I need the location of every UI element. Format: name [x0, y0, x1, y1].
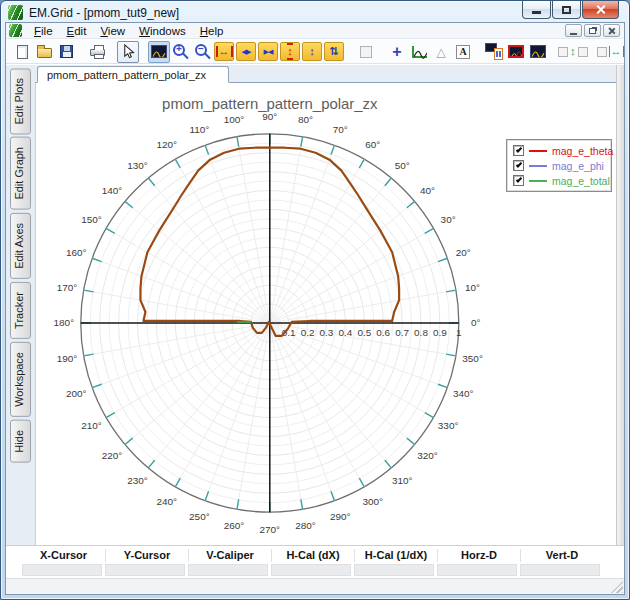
- empty-box-icon: [360, 46, 372, 58]
- sidebar-tab-edit-axes[interactable]: Edit Axes: [10, 213, 31, 279]
- graph-style-button[interactable]: [527, 41, 549, 63]
- table-value-cell: [271, 564, 351, 576]
- v-scale-icon: ↕: [287, 43, 293, 60]
- status-bar: [6, 578, 624, 594]
- mdi-minimize-icon: [570, 33, 577, 35]
- svg-text:0.5: 0.5: [357, 327, 371, 338]
- sidebar-tab-tracker[interactable]: Tracker: [10, 282, 31, 339]
- menu-windows[interactable]: Windows: [132, 25, 193, 37]
- marker-button[interactable]: +: [386, 41, 408, 63]
- curve-axes-button[interactable]: [408, 41, 430, 63]
- svg-text:140°: 140°: [102, 185, 123, 196]
- zoom-out-button[interactable]: −: [192, 41, 214, 63]
- legend-checkbox-mag_e_phi[interactable]: [513, 160, 524, 171]
- sidebar-tab-hide[interactable]: Hide: [10, 420, 31, 463]
- open-folder-icon: [37, 48, 52, 58]
- svg-text:180°: 180°: [54, 317, 75, 328]
- h-scale-button[interactable]: ↔: [214, 42, 234, 61]
- text-a-icon: A: [456, 45, 470, 59]
- menu-items: FileEditViewWindowsHelp: [27, 25, 230, 37]
- svg-text:190°: 190°: [57, 353, 78, 364]
- svg-text:0.9: 0.9: [433, 327, 447, 338]
- open-file-button[interactable]: [33, 41, 55, 63]
- svg-text:120°: 120°: [157, 139, 178, 150]
- mdi-buttons: [565, 24, 620, 37]
- graph-style-selected-button[interactable]: [505, 41, 527, 63]
- maximize-button[interactable]: [552, 1, 581, 19]
- sidebar-tab-edit-plots[interactable]: Edit Plots: [10, 68, 31, 134]
- table-header-horz-d: Horz-D: [437, 549, 520, 562]
- empty-box-icon: [558, 47, 568, 57]
- zoom-in-button[interactable]: +: [170, 41, 192, 63]
- legend-checkbox-mag_e_theta[interactable]: [513, 145, 524, 156]
- legend-entry-mag_e_theta: mag_e_theta: [513, 145, 605, 156]
- plus-marker-icon: +: [392, 44, 401, 60]
- mdi-document-icon[interactable]: [9, 24, 22, 37]
- v-scale-button[interactable]: ↕: [280, 42, 300, 61]
- mdi-restore-button[interactable]: [584, 24, 601, 37]
- measurement-values: [22, 564, 624, 576]
- h-shrink-button[interactable]: ▶◀: [258, 42, 278, 61]
- measurement-headers: X-CursorY-CursorV-CaliperH-Cal (dX)H-Cal…: [22, 548, 624, 563]
- table-header-v-caliper: V-Caliper: [188, 549, 271, 562]
- svg-text:240°: 240°: [157, 496, 178, 507]
- triangle-icon: △: [436, 46, 445, 58]
- toolbar: + − ↔ ◀▶ ▶◀ ↕ ↕ ⇅ + △ A: [6, 40, 624, 64]
- legend-checkbox-mag_e_total[interactable]: [513, 175, 524, 186]
- h-expand-button[interactable]: ◀▶: [236, 42, 256, 61]
- v-expand-icon: ↕: [309, 46, 315, 57]
- svg-text:0.7: 0.7: [395, 327, 409, 338]
- table-value-cell: [22, 564, 102, 576]
- empty-box-icon: [597, 47, 607, 57]
- menu-edit[interactable]: Edit: [60, 25, 94, 37]
- h-fit-group-button[interactable]: ↔: [597, 41, 626, 63]
- document-tab-strip: pmom_pattern_pattern_polar_zx: [35, 65, 624, 83]
- svg-text:290°: 290°: [330, 511, 351, 522]
- save-file-button[interactable]: [55, 41, 77, 63]
- svg-text:40°: 40°: [420, 185, 435, 196]
- menu-view[interactable]: View: [93, 25, 132, 37]
- menu-file[interactable]: File: [27, 25, 60, 37]
- v-expand-button[interactable]: ↕: [302, 42, 322, 61]
- tab-pmom-pattern-pattern-polar-zx[interactable]: pmom_pattern_pattern_polar_zx: [37, 66, 229, 83]
- svg-text:20°: 20°: [456, 247, 471, 258]
- sidebar-tab-edit-graph[interactable]: Edit Graph: [10, 137, 31, 210]
- table-value-cell: [437, 564, 517, 576]
- svg-text:0°: 0°: [471, 317, 481, 328]
- plot-canvas[interactable]: 0.10.20.30.40.50.60.70.80.910°10°20°30°4…: [35, 83, 616, 545]
- menu-help[interactable]: Help: [193, 25, 231, 37]
- new-graph-icon: [485, 43, 503, 60]
- new-file-icon: [17, 45, 28, 59]
- sidebar-tab-workspace[interactable]: Workspace: [10, 342, 31, 417]
- mdi-close-button[interactable]: [603, 24, 620, 37]
- dark-wave-icon: [530, 45, 546, 58]
- pointer-select-button[interactable]: [117, 41, 139, 63]
- legend-label: mag_e_theta: [552, 145, 613, 157]
- svg-text:90°: 90°: [262, 111, 277, 122]
- new-graph-window-button[interactable]: [483, 41, 505, 63]
- new-file-button[interactable]: [11, 41, 33, 63]
- sidebar-tab-panel: Edit PlotsEdit GraphEdit AxesTrackerWork…: [6, 65, 35, 545]
- close-button[interactable]: [582, 1, 619, 19]
- graph-display-button[interactable]: [148, 41, 170, 63]
- maximize-icon: [562, 6, 571, 14]
- app-logo-icon[interactable]: [8, 5, 23, 20]
- svg-text:300°: 300°: [362, 496, 383, 507]
- app-window: EM.Grid - [pmom_tut9_new] FileEditViewWi…: [0, 0, 630, 600]
- v-shrink-button[interactable]: ⇅: [324, 42, 344, 61]
- text-annotation-button[interactable]: A: [452, 41, 474, 63]
- resize-grip[interactable]: [611, 581, 623, 593]
- v-fit-group-button[interactable]: ↕: [558, 41, 588, 63]
- svg-text:320°: 320°: [417, 450, 438, 461]
- table-value-cell: [354, 564, 434, 576]
- svg-text:80°: 80°: [298, 114, 313, 125]
- mdi-minimize-button[interactable]: [565, 24, 582, 37]
- table-header-h-cal-1-dx-: H-Cal (1/dX): [354, 549, 437, 562]
- legend-line-sample: [529, 165, 547, 167]
- print-button[interactable]: [86, 41, 108, 63]
- delta-marker-button[interactable]: △: [430, 41, 452, 63]
- frame-toggle-button[interactable]: [355, 41, 377, 63]
- minimize-button[interactable]: [522, 1, 551, 19]
- table-value-cell: [105, 564, 185, 576]
- title-bar[interactable]: EM.Grid - [pmom_tut9_new]: [8, 4, 623, 21]
